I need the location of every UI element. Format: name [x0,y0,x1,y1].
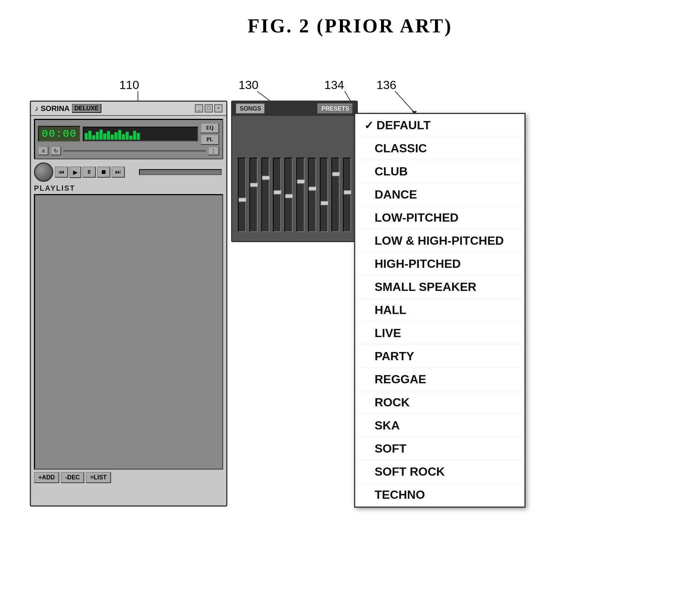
repeat-button[interactable]: ↻ [51,146,61,155]
prev-button[interactable]: ⏮ [55,167,68,178]
playlist-label: PLAYLIST [34,184,223,193]
eq-slider-group [343,158,351,232]
vis-bar [111,134,114,140]
next-button[interactable]: ⏭ [111,167,125,178]
shuffle-button[interactable]: ⤮ [38,146,48,155]
eq-slider-thumb[interactable] [250,183,258,187]
player-title-bar: ♪ SORINA DELUXE _ □ × [31,102,226,116]
playlist-area[interactable] [34,194,223,470]
eq-title-bar: SONGS PRESETS [232,102,357,116]
preset-item-reggae[interactable]: REGGAE [355,368,524,391]
eq-slider-group [319,158,328,232]
preset-item-soft[interactable]: SOFT [355,437,524,460]
eq-sliders [232,116,357,237]
eq-slider-track[interactable] [296,158,305,232]
preset-item-low-high-pitched[interactable]: LOW & HIGH-PITCHED [355,229,524,253]
vis-bar [114,132,117,140]
display-top-row: 00:00 [38,123,219,145]
eq-slider-thumb[interactable] [285,194,293,199]
vis-bar [126,132,129,140]
pause-button[interactable]: ⏸ [82,167,96,178]
eq-button[interactable]: EQ [201,123,219,133]
eq-slider-track[interactable] [308,158,316,232]
songs-tab[interactable]: SONGS [236,104,265,114]
eq-slider-group [331,158,340,232]
vis-bar [96,132,99,140]
eq-slider-group [308,158,316,232]
volume-knob[interactable] [34,162,53,182]
window-controls: _ □ × [195,104,223,112]
vis-bar [137,133,140,140]
player-app-name: SORINA [41,104,70,113]
vis-bar [122,134,125,140]
volume-slider[interactable] [139,169,222,175]
eq-slider-thumb[interactable] [239,198,247,202]
transport-controls: ⏮ ▶ ⏸ ⏹ ⏭ [34,162,223,182]
eq-slider-track[interactable] [273,158,281,232]
preset-item-techno[interactable]: TECHNO [355,483,524,507]
eq-slider-group [249,158,258,232]
eq-slider-track[interactable] [331,158,340,232]
ref-110-label: 110 [119,78,139,92]
maximize-button[interactable]: □ [205,104,213,112]
preset-item-small-speaker[interactable]: SMALL SPEAKER [355,276,524,299]
eq-slider-track[interactable] [261,158,269,232]
eq-slider-thumb[interactable] [332,172,340,177]
preset-item-ska[interactable]: SKA [355,414,524,437]
ref-136-label: 136 [376,78,396,92]
eq-slider-thumb[interactable] [274,190,282,195]
track-info [63,150,206,152]
eq-slider-group [261,158,269,232]
vis-bar [100,130,103,140]
eq-slider-track[interactable] [238,158,246,232]
play-button[interactable]: ▶ [69,167,81,178]
preset-item-high-pitched[interactable]: HIGH-PITCHED [355,253,524,276]
eq-slider-track[interactable] [320,158,328,232]
player-title-text: ♪ SORINA DELUXE [35,104,101,113]
stop-button[interactable]: ⏹ [97,167,110,178]
transport-buttons: ⏮ ▶ ⏸ ⏹ ⏭ [55,167,136,178]
playlist-section: PLAYLIST [34,184,223,470]
presets-tab[interactable]: PRESETS [318,104,353,114]
vis-bar [103,133,106,140]
eq-slider-thumb[interactable] [309,187,317,191]
preset-item-rock[interactable]: ROCK [355,391,524,414]
eq-slider-track[interactable] [284,158,293,232]
eq-slider-thumb[interactable] [344,190,352,195]
eq-slider-track[interactable] [249,158,258,232]
preset-item-low-pitched[interactable]: LOW-PITCHED [355,206,524,229]
preset-item-classic[interactable]: CLASSIC [355,137,524,160]
dec-button[interactable]: -DEC [61,472,84,483]
visualizer [83,127,198,142]
eq-slider-group [296,158,305,232]
display-controls-row: ⤮ ↻ ⋮ [38,146,219,155]
preset-item-default[interactable]: DEFAULT [355,114,524,137]
add-button[interactable]: +ADD [34,472,59,483]
list-button[interactable]: =LIST [86,472,111,483]
music-icon: ♪ [35,104,38,113]
eq-slider-group [272,158,281,232]
ref-134-label: 134 [324,78,344,92]
preset-item-club[interactable]: CLUB [355,160,524,183]
vis-bar [133,131,136,140]
page-title: FIG. 2 (PRIOR ART) [0,0,700,37]
eq-slider-thumb[interactable] [321,201,329,206]
eq-slider-thumb[interactable] [297,180,305,184]
vis-bar [118,130,121,140]
close-button[interactable]: × [214,104,223,112]
player-badge: DELUXE [72,104,101,113]
vis-bar [129,136,132,140]
eq-panel: SONGS PRESETS [231,101,358,242]
minimize-button[interactable]: _ [195,104,203,112]
preset-item-party[interactable]: PARTY [355,345,524,368]
eq-slider-track[interactable] [343,158,351,232]
preset-item-dance[interactable]: DANCE [355,183,524,206]
presets-dropdown: DEFAULT CLASSIC CLUB DANCE LOW-PITCHED L… [354,113,526,508]
pl-button[interactable]: PL [201,134,219,145]
preset-item-live[interactable]: LIVE [355,322,524,345]
options-button[interactable]: ⋮ [208,146,219,155]
preset-item-hall[interactable]: HALL [355,299,524,322]
vis-bar [88,131,91,140]
eq-slider-thumb[interactable] [262,176,270,180]
preset-item-soft-rock[interactable]: SOFT ROCK [355,460,524,483]
